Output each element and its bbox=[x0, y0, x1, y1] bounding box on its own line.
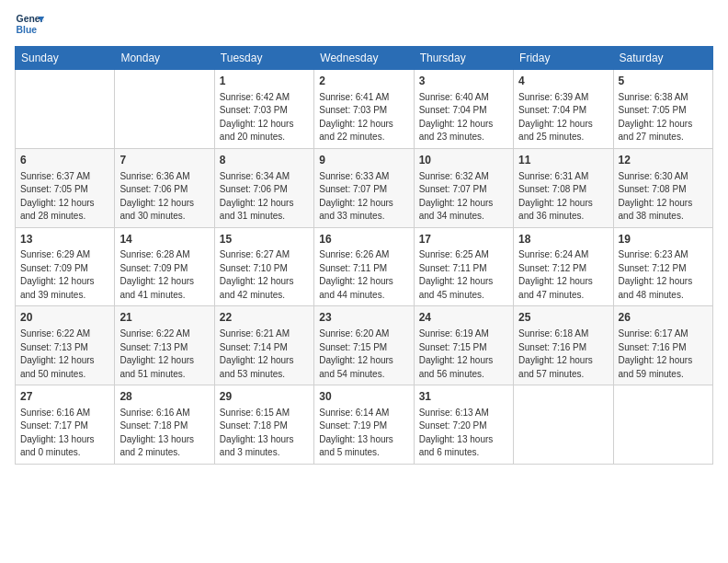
day-of-week-header: Saturday bbox=[613, 47, 712, 70]
day-number: 1 bbox=[220, 74, 309, 89]
calendar-cell: 20Sunrise: 6:22 AM Sunset: 7:13 PM Dayli… bbox=[16, 306, 115, 385]
day-number: 28 bbox=[119, 389, 209, 405]
day-number: 9 bbox=[319, 153, 408, 168]
day-number: 14 bbox=[119, 232, 209, 247]
logo: General Blue bbox=[15, 9, 44, 39]
calendar-cell: 23Sunrise: 6:20 AM Sunset: 7:15 PM Dayli… bbox=[314, 306, 414, 385]
day-number: 5 bbox=[619, 74, 708, 89]
calendar-cell: 21Sunrise: 6:22 AM Sunset: 7:13 PM Dayli… bbox=[115, 306, 214, 385]
day-info: Sunrise: 6:38 AM Sunset: 7:05 PM Dayligh… bbox=[619, 91, 708, 144]
calendar-cell: 31Sunrise: 6:13 AM Sunset: 7:20 PM Dayli… bbox=[414, 385, 513, 465]
logo-icon: General Blue bbox=[15, 9, 44, 39]
day-info: Sunrise: 6:37 AM Sunset: 7:05 PM Dayligh… bbox=[20, 170, 109, 224]
day-info: Sunrise: 6:32 AM Sunset: 7:07 PM Dayligh… bbox=[419, 170, 508, 224]
day-number: 6 bbox=[20, 153, 109, 168]
day-number: 20 bbox=[20, 310, 109, 326]
day-number: 17 bbox=[419, 232, 508, 247]
day-info: Sunrise: 6:16 AM Sunset: 7:18 PM Dayligh… bbox=[119, 407, 209, 460]
day-info: Sunrise: 6:39 AM Sunset: 7:04 PM Dayligh… bbox=[518, 91, 608, 144]
calendar-cell: 19Sunrise: 6:23 AM Sunset: 7:12 PM Dayli… bbox=[613, 227, 712, 306]
calendar-cell: 5Sunrise: 6:38 AM Sunset: 7:05 PM Daylig… bbox=[613, 70, 712, 149]
day-number: 12 bbox=[619, 153, 708, 168]
day-info: Sunrise: 6:33 AM Sunset: 7:07 PM Dayligh… bbox=[319, 170, 408, 224]
day-info: Sunrise: 6:40 AM Sunset: 7:04 PM Dayligh… bbox=[419, 91, 508, 144]
calendar-week-row: 20Sunrise: 6:22 AM Sunset: 7:13 PM Dayli… bbox=[16, 306, 713, 385]
calendar-cell: 2Sunrise: 6:41 AM Sunset: 7:03 PM Daylig… bbox=[314, 70, 414, 149]
day-number: 3 bbox=[419, 74, 508, 89]
day-number: 23 bbox=[319, 310, 408, 326]
day-number: 4 bbox=[518, 74, 608, 89]
day-number: 26 bbox=[619, 310, 708, 326]
day-info: Sunrise: 6:20 AM Sunset: 7:15 PM Dayligh… bbox=[319, 327, 408, 381]
calendar-table: SundayMondayTuesdayWednesdayThursdayFrid… bbox=[15, 46, 713, 465]
day-info: Sunrise: 6:18 AM Sunset: 7:16 PM Dayligh… bbox=[518, 327, 608, 381]
calendar-cell: 11Sunrise: 6:31 AM Sunset: 7:08 PM Dayli… bbox=[514, 148, 613, 227]
day-info: Sunrise: 6:34 AM Sunset: 7:06 PM Dayligh… bbox=[220, 170, 309, 224]
calendar-cell bbox=[115, 70, 214, 149]
day-info: Sunrise: 6:22 AM Sunset: 7:13 PM Dayligh… bbox=[20, 327, 109, 381]
calendar-cell: 30Sunrise: 6:14 AM Sunset: 7:19 PM Dayli… bbox=[314, 385, 414, 465]
calendar-cell: 27Sunrise: 6:16 AM Sunset: 7:17 PM Dayli… bbox=[16, 385, 115, 465]
day-info: Sunrise: 6:14 AM Sunset: 7:19 PM Dayligh… bbox=[319, 407, 408, 460]
day-info: Sunrise: 6:24 AM Sunset: 7:12 PM Dayligh… bbox=[518, 248, 608, 302]
day-number: 15 bbox=[220, 232, 309, 247]
calendar-cell: 22Sunrise: 6:21 AM Sunset: 7:14 PM Dayli… bbox=[214, 306, 313, 385]
day-of-week-header: Wednesday bbox=[314, 47, 414, 70]
calendar-cell: 25Sunrise: 6:18 AM Sunset: 7:16 PM Dayli… bbox=[514, 306, 613, 385]
calendar-cell: 18Sunrise: 6:24 AM Sunset: 7:12 PM Dayli… bbox=[514, 227, 613, 306]
day-of-week-header: Friday bbox=[514, 47, 613, 70]
day-number: 25 bbox=[518, 310, 608, 326]
calendar-cell: 17Sunrise: 6:25 AM Sunset: 7:11 PM Dayli… bbox=[414, 227, 513, 306]
day-number: 22 bbox=[220, 310, 309, 326]
day-number: 30 bbox=[319, 389, 408, 405]
day-of-week-header: Tuesday bbox=[214, 47, 313, 70]
calendar-cell: 13Sunrise: 6:29 AM Sunset: 7:09 PM Dayli… bbox=[16, 227, 115, 306]
day-info: Sunrise: 6:26 AM Sunset: 7:11 PM Dayligh… bbox=[319, 248, 408, 302]
calendar-cell: 16Sunrise: 6:26 AM Sunset: 7:11 PM Dayli… bbox=[314, 227, 414, 306]
day-number: 27 bbox=[20, 389, 109, 405]
day-of-week-header: Thursday bbox=[414, 47, 513, 70]
day-info: Sunrise: 6:15 AM Sunset: 7:18 PM Dayligh… bbox=[220, 407, 309, 460]
calendar-week-row: 1Sunrise: 6:42 AM Sunset: 7:03 PM Daylig… bbox=[16, 70, 713, 149]
calendar-cell: 10Sunrise: 6:32 AM Sunset: 7:07 PM Dayli… bbox=[414, 148, 513, 227]
day-number: 7 bbox=[119, 153, 209, 168]
calendar-cell: 12Sunrise: 6:30 AM Sunset: 7:08 PM Dayli… bbox=[613, 148, 712, 227]
calendar-cell: 14Sunrise: 6:28 AM Sunset: 7:09 PM Dayli… bbox=[115, 227, 214, 306]
calendar-cell: 1Sunrise: 6:42 AM Sunset: 7:03 PM Daylig… bbox=[214, 70, 313, 149]
calendar-cell: 28Sunrise: 6:16 AM Sunset: 7:18 PM Dayli… bbox=[115, 385, 214, 465]
day-number: 18 bbox=[518, 232, 608, 247]
day-info: Sunrise: 6:36 AM Sunset: 7:06 PM Dayligh… bbox=[119, 170, 209, 224]
day-info: Sunrise: 6:25 AM Sunset: 7:11 PM Dayligh… bbox=[419, 248, 508, 302]
day-info: Sunrise: 6:42 AM Sunset: 7:03 PM Dayligh… bbox=[220, 91, 309, 144]
calendar-cell: 8Sunrise: 6:34 AM Sunset: 7:06 PM Daylig… bbox=[214, 148, 313, 227]
day-number: 16 bbox=[319, 232, 408, 247]
calendar-cell: 15Sunrise: 6:27 AM Sunset: 7:10 PM Dayli… bbox=[214, 227, 313, 306]
calendar-cell: 6Sunrise: 6:37 AM Sunset: 7:05 PM Daylig… bbox=[16, 148, 115, 227]
calendar-cell: 4Sunrise: 6:39 AM Sunset: 7:04 PM Daylig… bbox=[514, 70, 613, 149]
calendar-cell bbox=[16, 70, 115, 149]
day-number: 21 bbox=[119, 310, 209, 326]
calendar-cell: 29Sunrise: 6:15 AM Sunset: 7:18 PM Dayli… bbox=[214, 385, 313, 465]
day-of-week-header: Sunday bbox=[16, 47, 115, 70]
day-info: Sunrise: 6:22 AM Sunset: 7:13 PM Dayligh… bbox=[119, 327, 209, 381]
calendar-cell: 24Sunrise: 6:19 AM Sunset: 7:15 PM Dayli… bbox=[414, 306, 513, 385]
calendar-cell bbox=[613, 385, 712, 465]
calendar-week-row: 6Sunrise: 6:37 AM Sunset: 7:05 PM Daylig… bbox=[16, 148, 713, 227]
day-info: Sunrise: 6:29 AM Sunset: 7:09 PM Dayligh… bbox=[20, 248, 109, 302]
header: General Blue bbox=[15, 9, 713, 39]
day-number: 19 bbox=[619, 232, 708, 247]
day-number: 2 bbox=[319, 74, 408, 89]
calendar-week-row: 13Sunrise: 6:29 AM Sunset: 7:09 PM Dayli… bbox=[16, 227, 713, 306]
day-info: Sunrise: 6:19 AM Sunset: 7:15 PM Dayligh… bbox=[419, 327, 508, 381]
day-number: 31 bbox=[419, 389, 508, 405]
calendar-cell: 26Sunrise: 6:17 AM Sunset: 7:16 PM Dayli… bbox=[613, 306, 712, 385]
day-of-week-header: Monday bbox=[115, 47, 214, 70]
day-info: Sunrise: 6:17 AM Sunset: 7:16 PM Dayligh… bbox=[619, 327, 708, 381]
calendar-cell: 7Sunrise: 6:36 AM Sunset: 7:06 PM Daylig… bbox=[115, 148, 214, 227]
day-info: Sunrise: 6:28 AM Sunset: 7:09 PM Dayligh… bbox=[119, 248, 209, 302]
day-info: Sunrise: 6:30 AM Sunset: 7:08 PM Dayligh… bbox=[619, 170, 708, 224]
svg-text:Blue: Blue bbox=[17, 25, 38, 35]
day-info: Sunrise: 6:21 AM Sunset: 7:14 PM Dayligh… bbox=[220, 327, 309, 381]
day-number: 10 bbox=[419, 153, 508, 168]
day-number: 8 bbox=[220, 153, 309, 168]
